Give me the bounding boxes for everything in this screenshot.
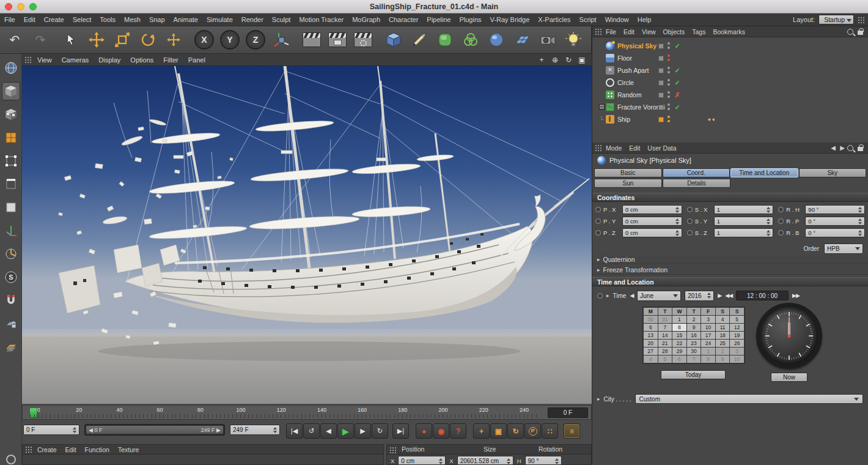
- scale-value-field[interactable]: 1: [714, 217, 774, 226]
- viewport-canvas[interactable]: [22, 66, 592, 404]
- calendar-day[interactable]: 12: [730, 324, 744, 331]
- rotation-value-field[interactable]: 90 °: [805, 205, 865, 214]
- maximize-view-icon[interactable]: ▣: [577, 56, 587, 64]
- tab-details[interactable]: Details: [663, 179, 730, 188]
- enable-state-icon[interactable]: ✓: [674, 67, 681, 75]
- calendar-day[interactable]: 4: [716, 316, 730, 323]
- object-label[interactable]: Circle: [617, 79, 634, 86]
- calendar-day[interactable]: 27: [644, 348, 658, 355]
- rotation-key-icon[interactable]: [778, 207, 784, 212]
- spinner-up-icon[interactable]: [675, 230, 679, 232]
- scale-value-field[interactable]: 1: [714, 205, 774, 214]
- rotate-view-icon[interactable]: ↻: [564, 56, 573, 64]
- am-menu-edit[interactable]: Edit: [625, 144, 644, 152]
- calendar-day[interactable]: 29: [672, 348, 686, 355]
- calendar-day[interactable]: 7: [687, 355, 701, 363]
- calendar-day[interactable]: 24: [701, 340, 715, 347]
- key-parameter-button[interactable]: P: [524, 423, 541, 439]
- menu-create[interactable]: Create: [40, 16, 68, 23]
- calendar-day[interactable]: 3: [730, 348, 744, 355]
- calendar-day[interactable]: 14: [658, 332, 672, 339]
- month-next-icon[interactable]: ▶: [718, 292, 721, 299]
- enable-state-icon[interactable]: ✓: [674, 79, 681, 87]
- live-selection-button[interactable]: [59, 28, 83, 52]
- material-menu-create[interactable]: Create: [33, 446, 61, 453]
- analog-clock[interactable]: [756, 303, 822, 369]
- enable-state-icon[interactable]: ✗: [674, 91, 681, 99]
- position-x-field[interactable]: 0 cm: [398, 456, 446, 465]
- mograph-menu-button[interactable]: [458, 28, 483, 52]
- am-menu-mode[interactable]: Mode: [602, 144, 625, 152]
- viewport-menu-panel[interactable]: Panel: [183, 56, 210, 64]
- menu-tools[interactable]: Tools: [95, 16, 120, 23]
- search-icon[interactable]: [847, 29, 853, 35]
- visibility-dots-icon[interactable]: [668, 79, 670, 86]
- calendar-day[interactable]: 9: [716, 355, 730, 363]
- texture-tag-dots-icon[interactable]: [707, 117, 715, 121]
- calendar-day[interactable]: 1: [672, 316, 686, 323]
- tab-sun[interactable]: Sun: [594, 179, 662, 188]
- menu-window[interactable]: Window: [601, 16, 633, 23]
- calendar-day[interactable]: 21: [658, 340, 672, 347]
- object-row-ship[interactable]: └Ship: [592, 113, 868, 125]
- menu-script[interactable]: Script: [575, 16, 601, 23]
- autokeying-button[interactable]: ◉: [433, 423, 449, 439]
- quaternion-section[interactable]: ▸ Quaternion: [592, 255, 868, 264]
- object-label[interactable]: Floor: [617, 54, 632, 62]
- calendar-day[interactable]: 2: [716, 348, 730, 355]
- soft-selection-icon[interactable]: S: [2, 268, 20, 286]
- scale-key-icon[interactable]: [687, 207, 693, 212]
- menu-mesh[interactable]: Mesh: [120, 16, 145, 23]
- object-label[interactable]: Fracture Voronoi: [617, 103, 665, 111]
- redo-button[interactable]: ↷: [28, 28, 53, 52]
- calendar-day[interactable]: 6: [644, 324, 658, 331]
- om-menu-view[interactable]: View: [638, 28, 660, 35]
- calendar-day[interactable]: 26: [730, 340, 744, 347]
- enable-state-icon[interactable]: ✓: [674, 42, 681, 50]
- object-row-circle[interactable]: Circle✓: [592, 76, 868, 89]
- spinner-up-icon[interactable]: [767, 207, 770, 209]
- spinner-down-icon[interactable]: [675, 234, 679, 236]
- layer-square-icon[interactable]: [658, 68, 664, 73]
- planar-workplane-icon[interactable]: [2, 338, 20, 356]
- calendar-day[interactable]: 28: [658, 348, 672, 355]
- menu-help[interactable]: Help: [633, 16, 656, 23]
- calendar-day[interactable]: 13: [644, 332, 658, 339]
- now-button[interactable]: Now: [771, 373, 807, 382]
- menu-snap[interactable]: Snap: [145, 16, 169, 23]
- value-spinner[interactable]: [674, 218, 679, 225]
- material-menu-texture[interactable]: Texture: [114, 446, 143, 453]
- om-menu-objects[interactable]: Objects: [660, 28, 689, 35]
- panel-handle-icon[interactable]: [595, 28, 601, 35]
- spinner-down-icon[interactable]: [767, 234, 770, 236]
- menu-character[interactable]: Character: [384, 16, 422, 23]
- calendar-day[interactable]: 16: [687, 332, 701, 339]
- rotation-key-icon[interactable]: [778, 218, 784, 224]
- am-menu-user-data[interactable]: User Data: [644, 144, 680, 152]
- history-forward-icon[interactable]: ▶: [838, 144, 847, 151]
- next-frame-button[interactable]: ▶: [355, 423, 371, 439]
- tab-time-and-location[interactable]: Time and Location: [730, 168, 798, 177]
- value-spinner[interactable]: [674, 207, 679, 213]
- value-spinner[interactable]: [856, 230, 862, 236]
- om-menu-edit[interactable]: Edit: [620, 28, 638, 35]
- menu-x-particles[interactable]: X-Particles: [534, 16, 575, 23]
- order-dropdown[interactable]: HPB: [824, 244, 863, 254]
- visibility-dots-icon[interactable]: [668, 54, 670, 62]
- year-spinner[interactable]: [705, 292, 711, 299]
- workplane-mode-icon[interactable]: [2, 128, 20, 147]
- polygons-mode-icon[interactable]: [2, 198, 20, 217]
- points-mode-icon[interactable]: [2, 152, 20, 170]
- menu-plugins[interactable]: Plugins: [455, 16, 485, 23]
- rotation-key-icon[interactable]: [778, 230, 784, 236]
- timeline-playhead[interactable]: [29, 407, 37, 418]
- visibility-dots-icon[interactable]: [668, 42, 670, 50]
- add-floor-button[interactable]: [510, 28, 534, 52]
- object-row-fracture-voronoi[interactable]: Fracture Voronoi✓: [592, 101, 868, 113]
- object-label[interactable]: Ship: [617, 116, 630, 123]
- go-to-end-button[interactable]: ▶|: [392, 423, 409, 439]
- pan-view-icon[interactable]: +: [537, 56, 546, 64]
- viewport-menu-view[interactable]: View: [32, 56, 57, 64]
- calendar-day[interactable]: 30: [644, 316, 658, 323]
- calendar-day[interactable]: 6: [672, 355, 686, 363]
